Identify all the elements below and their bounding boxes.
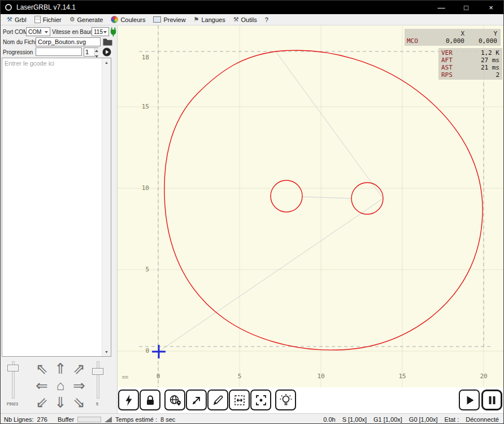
menu-grbl[interactable]: ⚒ Grbl xyxy=(3,15,31,24)
scroll-down-button[interactable]: ▼ xyxy=(102,348,111,356)
gcode-scrollbar[interactable]: ▲ ▼ xyxy=(102,58,111,356)
filename-input[interactable] xyxy=(36,37,101,46)
g0-override[interactable]: G0 [1,00x] xyxy=(409,416,438,423)
menu-label: Couleurs xyxy=(120,16,145,23)
wrench-icon: ⚒ xyxy=(7,16,12,23)
pen-icon xyxy=(211,393,225,407)
browse-file-button[interactable] xyxy=(103,38,112,48)
lines-label: Nb Lignes: xyxy=(4,416,34,423)
pause-button[interactable] xyxy=(481,390,502,410)
flag-icon: ⚑ xyxy=(194,16,199,23)
scroll-up-button[interactable]: ▲ xyxy=(102,58,111,67)
maximize-button[interactable]: □ xyxy=(454,1,479,14)
x-tick-label: 20 xyxy=(477,373,490,380)
lasergrbl-window: LaserGRBL v7.14.1 — □ × ⚒ Grbl Fichier ⚙… xyxy=(0,0,504,424)
time-value: 8 sec xyxy=(160,416,175,423)
menu-couleurs[interactable]: Couleurs xyxy=(107,15,149,24)
y-tick-label: 5 xyxy=(133,266,149,273)
menu-fichier[interactable]: Fichier xyxy=(31,15,66,24)
perf-key: RPS xyxy=(441,71,453,79)
machine-position-overlay: X Y MCO 0,000 0,000 xyxy=(405,29,501,46)
jog-home-button[interactable]: ⌂ xyxy=(52,377,69,394)
state-label: Etat : xyxy=(445,416,459,423)
jog-up-left-button[interactable]: ⇖ xyxy=(33,360,50,377)
gcode-input[interactable]: Entrer le gcode ici ▲ ▼ xyxy=(2,58,111,357)
palette-icon xyxy=(111,16,118,23)
slider-thumb[interactable] xyxy=(92,368,103,375)
slider-track xyxy=(97,361,99,399)
jog-down-right-button[interactable]: ⇘ xyxy=(71,394,88,411)
run-program-button[interactable] xyxy=(102,47,111,59)
jog-left-button[interactable]: ⇐ xyxy=(33,377,50,394)
jog-up-right-button[interactable]: ⇗ xyxy=(71,360,88,377)
app-icon xyxy=(5,4,12,11)
jog-speed-value: F5923 xyxy=(2,402,23,406)
center-button[interactable] xyxy=(250,390,271,410)
menu-preview[interactable]: Preview xyxy=(149,15,189,24)
lock-button[interactable] xyxy=(140,390,160,410)
lock-icon xyxy=(144,393,157,407)
preview-canvas[interactable]: 18 15 10 5 0 mm 0 5 10 15 20 X Y MCO 0,0… xyxy=(118,25,504,387)
menu-langues[interactable]: ⚑ Langues xyxy=(190,15,229,24)
laser-blink-button[interactable] xyxy=(275,390,296,410)
window-title: LaserGRBL v7.14.1 xyxy=(16,3,76,11)
titlebar: LaserGRBL v7.14.1 — □ × xyxy=(1,1,503,14)
slider-thumb[interactable] xyxy=(7,365,19,371)
play-icon xyxy=(463,393,476,407)
menu-label: ? xyxy=(265,16,268,23)
left-panel: Port COM COM Vitesse en Baud 115 Nom du … xyxy=(1,25,118,413)
menu-label: Fichier xyxy=(43,16,62,23)
trace-border-button[interactable] xyxy=(186,390,207,410)
send-position-button[interactable] xyxy=(164,390,185,410)
menu-generate[interactable]: ⚙ Generate xyxy=(66,15,107,24)
menu-help[interactable]: ? xyxy=(261,15,272,24)
time-label: Temps estimé : xyxy=(115,416,157,423)
x-tick-label: 0 xyxy=(152,373,164,380)
jog-speed-slider[interactable] xyxy=(5,360,20,400)
jog-right-button[interactable]: ⇒ xyxy=(71,377,88,394)
menu-label: Outils xyxy=(241,16,257,23)
gear-icon: ⚙ xyxy=(69,16,75,23)
toolpath-circle xyxy=(271,180,302,212)
jog-step-slider[interactable] xyxy=(90,360,105,400)
jog-down-left-button[interactable]: ⇙ xyxy=(33,394,50,411)
menu-outils[interactable]: ⚒ Outils xyxy=(229,15,261,24)
lightning-icon xyxy=(122,393,136,407)
spin-up-icon[interactable] xyxy=(95,48,98,54)
tools-icon: ⚒ xyxy=(233,16,239,23)
pen-button[interactable] xyxy=(207,390,228,410)
perf-value: 2 xyxy=(496,71,499,79)
gcode-placeholder: Entrer le gcode ici xyxy=(5,60,54,67)
baud-label: Vitesse en Baud xyxy=(52,29,93,35)
toolpath-outline xyxy=(164,50,483,350)
passes-stepper[interactable] xyxy=(84,47,98,57)
jog-up-button[interactable]: ⇑ xyxy=(52,360,69,377)
y-tick-label: 18 xyxy=(133,54,149,61)
bulb-icon xyxy=(279,393,293,407)
unit-label: mm xyxy=(122,374,128,380)
mco-x-header: X xyxy=(432,30,464,37)
folder-icon xyxy=(103,38,112,46)
baud-value: 115 xyxy=(94,29,103,35)
port-com-select[interactable]: COM xyxy=(26,27,50,36)
jog-down-button[interactable]: ⇓ xyxy=(52,394,69,411)
minimize-button[interactable]: — xyxy=(429,1,454,14)
play-button[interactable] xyxy=(459,390,480,410)
performance-overlay: VER1,2 K AFT27 ms AST21 ms RPS2 xyxy=(438,48,502,80)
plug-icon xyxy=(110,27,117,37)
s-override[interactable]: S [1,00x] xyxy=(342,416,367,423)
hours-value: 0.0h xyxy=(323,416,335,423)
frame-button[interactable] xyxy=(229,390,250,410)
x-tick-label: 10 xyxy=(315,373,327,380)
passes-value[interactable] xyxy=(84,48,94,56)
close-button[interactable]: × xyxy=(479,1,503,14)
bottom-toolbar xyxy=(118,387,504,413)
baud-select[interactable]: 115 xyxy=(92,27,109,36)
perf-key: AFT xyxy=(441,57,453,64)
mco-y-value: 0,000 xyxy=(464,37,497,45)
x-tick-label: 15 xyxy=(396,373,409,380)
g1-override[interactable]: G1 [1,00x] xyxy=(373,416,402,423)
x-tick-label: 5 xyxy=(233,373,246,380)
perf-value: 21 ms xyxy=(481,64,499,71)
laser-focus-button[interactable] xyxy=(118,390,139,410)
